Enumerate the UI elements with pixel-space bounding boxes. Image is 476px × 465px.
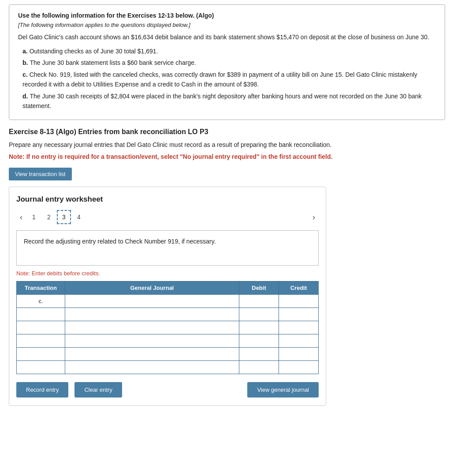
tab-4[interactable]: 4 [72,210,86,224]
tab-2[interactable]: 2 [42,210,56,224]
col-header-credit: Credit [279,281,319,295]
debit-cell-4[interactable] [239,334,279,348]
debit-cell-6[interactable] [239,361,279,374]
credit-cell-5[interactable] [279,348,319,361]
general-journal-cell-6[interactable] [65,361,239,374]
view-general-journal-button[interactable]: View general journal [247,382,319,398]
debit-input-1[interactable] [239,295,279,308]
general-journal-cell-5[interactable] [65,348,239,361]
general-journal-input-5[interactable] [65,348,239,360]
debit-input-6[interactable] [239,361,279,374]
record-entry-button[interactable]: Record entry [16,382,68,398]
col-header-general-journal: General Journal [65,281,239,295]
info-box: Use the following information for the Ex… [9,4,445,120]
col-header-debit: Debit [239,281,279,295]
col-header-transaction: Transaction [17,281,65,295]
credit-input-3[interactable] [279,321,318,334]
list-item-text-b: The June 30 bank statement lists a $60 b… [30,59,196,66]
list-item-text-c: Check No. 919, listed with the canceled … [22,71,417,88]
list-item: d.The June 30 cash receipts of $2,804 we… [22,91,436,111]
debit-input-2[interactable] [239,308,279,321]
list-item-letter-d: d. [22,93,28,100]
general-journal-cell-4[interactable] [65,334,239,348]
debit-input-3[interactable] [239,321,279,334]
list-item-letter-c: c. [22,71,28,78]
transaction-cell-5 [17,348,65,361]
credit-input-2[interactable] [279,308,318,321]
credit-cell-4[interactable] [279,334,319,348]
tabs-row: ‹ 1 2 3 4 › [16,210,319,224]
credit-cell-2[interactable] [279,308,319,321]
general-journal-input-2[interactable] [65,308,239,321]
credit-cell-6[interactable] [279,361,319,374]
list-item-letter-a: a. [22,48,28,55]
general-journal-cell-1[interactable] [65,295,239,308]
credit-input-4[interactable] [279,334,318,347]
debit-cell-5[interactable] [239,348,279,361]
journal-entry-worksheet: Journal entry worksheet ‹ 1 2 3 4 › Reco… [9,187,326,406]
table-row [17,308,319,321]
clear-entry-button[interactable]: Clear entry [74,382,122,398]
list-item-letter-b: b. [22,59,28,66]
list-item-text-d: The June 30 cash receipts of $2,804 were… [22,93,422,109]
transaction-cell-6 [17,361,65,374]
credit-cell-3[interactable] [279,321,319,334]
view-transaction-button[interactable]: View transaction list [9,168,72,180]
tab-1[interactable]: 1 [27,210,41,224]
general-journal-input-4[interactable] [65,334,239,347]
transaction-cell-2 [17,308,65,321]
table-row [17,334,319,348]
list-item: a.Outstanding checks as of June 30 total… [22,46,436,56]
transaction-cell-1: c. [17,295,65,308]
enter-note: Note: Enter debits before credits. [16,270,319,277]
table-row [17,361,319,374]
journal-table: Transaction General Journal Debit Credit… [16,281,319,374]
credit-input-6[interactable] [279,361,318,374]
table-row [17,321,319,334]
info-subtitle: [The following information applies to th… [18,22,436,28]
tab-3[interactable]: 3 [57,210,71,224]
table-row: c. [17,295,319,308]
credit-input-1[interactable] [279,295,318,308]
debit-input-4[interactable] [239,334,279,347]
transaction-cell-3 [17,321,65,334]
table-row [17,348,319,361]
list-item-text-a: Outstanding checks as of June 30 total $… [30,48,158,55]
exercise-instructions: Prepare any necessary journal entries th… [9,140,467,150]
info-title: Use the following information for the Ex… [18,12,436,19]
exercise-title: Exercise 8-13 (Algo) Entries from bank r… [9,128,467,136]
general-journal-cell-2[interactable] [65,308,239,321]
exercise-note: Note: If no entry is required for a tran… [9,152,467,161]
tab-next-button[interactable]: › [309,212,319,223]
credit-input-5[interactable] [279,348,318,360]
debit-cell-2[interactable] [239,308,279,321]
list-item: b.The June 30 bank statement lists a $60… [22,58,436,68]
tab-prev-button[interactable]: ‹ [16,212,26,223]
description-box: Record the adjusting entry related to Ch… [16,230,319,266]
general-journal-input-6[interactable] [65,361,239,374]
debit-input-5[interactable] [239,348,279,360]
credit-cell-1[interactable] [279,295,319,308]
info-list: a.Outstanding checks as of June 30 total… [18,46,436,111]
list-item: c.Check No. 919, listed with the cancele… [22,70,436,90]
general-journal-input-3[interactable] [65,321,239,334]
info-main-text: Del Gato Clinic's cash account shows an … [18,33,436,42]
general-journal-cell-3[interactable] [65,321,239,334]
transaction-cell-4 [17,334,65,348]
general-journal-input-1[interactable] [65,295,239,308]
worksheet-title: Journal entry worksheet [16,195,319,204]
debit-cell-3[interactable] [239,321,279,334]
buttons-row: Record entry Clear entry View general jo… [16,382,319,398]
debit-cell-1[interactable] [239,295,279,308]
